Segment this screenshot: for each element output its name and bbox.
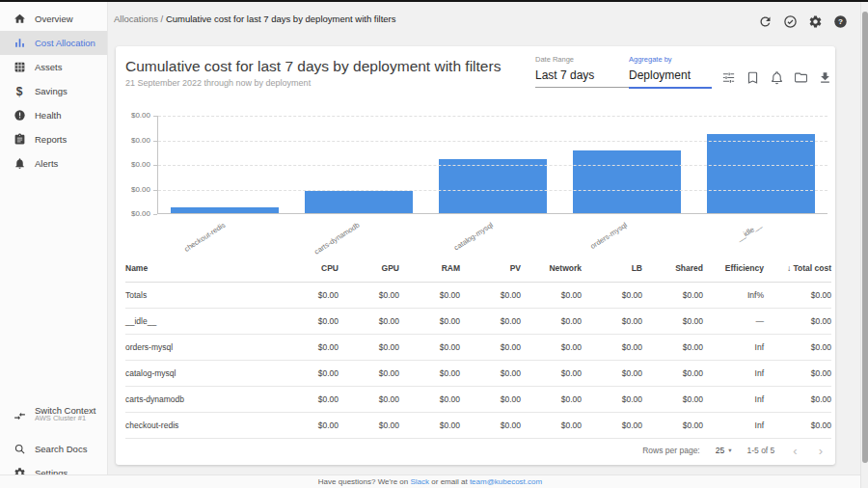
table-cell: Inf (703, 335, 764, 361)
row-name: carts-dynamodb (125, 387, 278, 413)
report-toolbar (721, 70, 832, 85)
column-header-cpu[interactable]: CPU (278, 255, 339, 283)
table-row-catalog-mysql[interactable]: catalog-mysql$0.00$0.00$0.00$0.00$0.00$0… (125, 361, 831, 387)
table-cell: $0.00 (399, 413, 460, 439)
tune-filters-icon[interactable] (721, 70, 736, 85)
topbar-actions: ? (758, 14, 848, 29)
sidebar-item-savings[interactable]: $ Savings (0, 79, 107, 103)
table-row-checkout-redis[interactable]: checkout-redis$0.00$0.00$0.00$0.00$0.00$… (125, 413, 831, 439)
chart-bars (158, 115, 827, 213)
slack-link[interactable]: Slack (411, 477, 430, 486)
table-row-totals[interactable]: Totals$0.00$0.00$0.00$0.00$0.00$0.00$0.0… (125, 283, 831, 309)
previous-page-button[interactable]: ‹ (790, 445, 800, 457)
table-cell: $0.00 (764, 309, 831, 335)
table-cell: $0.00 (460, 309, 521, 335)
sidebar-item-alerts[interactable]: Alerts (0, 151, 107, 176)
date-range-value[interactable]: Last 7 days (535, 68, 632, 88)
check-circle-icon[interactable] (783, 14, 798, 29)
bar-carts-dynamodb[interactable] (305, 191, 413, 213)
help-icon[interactable]: ? (833, 14, 848, 29)
table-cell: $0.00 (278, 309, 339, 335)
table-cell: $0.00 (582, 335, 642, 361)
x-axis-slot: catalog-mysql (425, 217, 559, 258)
table-cell: $0.00 (582, 387, 642, 413)
aggregate-by-field[interactable]: Aggregate by Deployment (629, 55, 712, 89)
sidebar-item-cost-allocation[interactable]: Cost Allocation (0, 31, 107, 55)
health-exclamation-icon (13, 109, 26, 122)
table-cell: $0.00 (764, 283, 831, 309)
next-page-button[interactable]: › (816, 445, 826, 457)
sidebar-item-reports[interactable]: Reports (0, 127, 107, 151)
sidebar-item-label: Savings (35, 86, 68, 96)
table-cell: $0.00 (339, 309, 399, 335)
breadcrumb-allocations-link[interactable]: Allocations (114, 14, 158, 24)
chart-plot-area (157, 116, 827, 214)
folder-icon[interactable] (794, 70, 808, 85)
table-cell: $0.00 (339, 283, 399, 309)
row-name: Totals (125, 283, 278, 309)
table-cell: $0.00 (521, 413, 582, 439)
date-range-field[interactable]: Date Range Last 7 days (535, 55, 632, 88)
sidebar-item-overview[interactable]: Overview (0, 7, 107, 31)
sidebar: Overview Cost Allocation Assets $ Saving… (0, 2, 108, 474)
table-cell: $0.00 (278, 283, 339, 309)
column-header-name[interactable]: Name (125, 255, 278, 283)
sidebar-item-search-docs[interactable]: Search Docs (0, 437, 107, 461)
table-row-idle[interactable]: __idle__$0.00$0.00$0.00$0.00$0.00$0.00$0… (125, 309, 831, 335)
rows-per-page-select[interactable]: 25 ▾ (716, 446, 732, 455)
aggregate-by-value[interactable]: Deployment (629, 68, 712, 89)
sidebar-item-switch-context[interactable]: Switch Context AWS Cluster #1 (0, 402, 107, 429)
y-axis-tick-label: $0.00 (116, 160, 150, 169)
sidebar-item-label: Search Docs (35, 444, 87, 454)
table-cell: $0.00 (460, 361, 521, 387)
scrollbar-thumb[interactable] (862, 12, 868, 463)
column-header-total-cost[interactable]: ↓ Total cost (764, 255, 831, 283)
column-header-gpu[interactable]: GPU (339, 255, 399, 283)
x-axis-label: __idle__ (735, 221, 763, 243)
footer: Have questions? We're on Slack or email … (0, 474, 860, 488)
table-cell: $0.00 (399, 361, 460, 387)
gear-icon[interactable] (808, 14, 823, 29)
table-row-orders-mysql[interactable]: orders-mysql$0.00$0.00$0.00$0.00$0.00$0.… (125, 335, 831, 361)
vertical-scrollbar[interactable] (860, 2, 868, 488)
report-subtitle: 21 September 2022 through now by deploym… (125, 78, 311, 88)
assets-grid-icon (13, 61, 26, 74)
table-cell: $0.00 (582, 413, 642, 439)
table-cell: $0.00 (521, 283, 582, 309)
table-cell: $0.00 (642, 309, 703, 335)
bar-checkout-redis[interactable] (171, 207, 279, 213)
x-axis-label: checkout-redis (182, 221, 227, 254)
y-axis-tick-label: $0.00 (116, 111, 150, 120)
kubecost-app: Overview Cost Allocation Assets $ Saving… (0, 0, 868, 488)
column-header-ram[interactable]: RAM (399, 255, 460, 283)
window-top-border (0, 0, 868, 2)
bell-icon[interactable] (770, 70, 784, 85)
download-icon[interactable] (818, 70, 832, 85)
table-cell: $0.00 (339, 361, 399, 387)
table-cell: $0.00 (642, 335, 703, 361)
table-cell: Inf% (703, 283, 764, 309)
column-header-lb[interactable]: LB (582, 255, 642, 283)
sidebar-item-health[interactable]: Health (0, 103, 107, 127)
bar-orders-mysql[interactable] (573, 150, 681, 213)
table-row-carts-dynamodb[interactable]: carts-dynamodb$0.00$0.00$0.00$0.00$0.00$… (125, 387, 831, 413)
table-cell: $0.00 (399, 283, 460, 309)
column-header-efficiency[interactable]: Efficiency (703, 255, 764, 283)
refresh-icon[interactable] (758, 14, 773, 29)
bookmark-icon[interactable] (746, 70, 760, 85)
column-header-network[interactable]: Network (521, 255, 582, 283)
table-cell: $0.00 (642, 283, 703, 309)
dollar-icon: $ (13, 85, 26, 98)
pagination: Rows per page: 25 ▾ 1-5 of 5 ‹ › (642, 438, 826, 463)
email-link[interactable]: team@kubecost.com (470, 477, 542, 486)
bar-catalog-mysql[interactable] (439, 159, 547, 213)
table-cell: $0.00 (642, 413, 703, 439)
table-cell: $0.00 (521, 335, 582, 361)
column-header-shared[interactable]: Shared (642, 255, 703, 283)
sidebar-item-assets[interactable]: Assets (0, 55, 107, 79)
bar-__idle__[interactable] (707, 134, 815, 213)
table-header-row: NameCPUGPURAMPVNetworkLBSharedEfficiency… (125, 255, 831, 283)
x-axis-slot: orders-mysql (559, 217, 693, 258)
table-cell: $0.00 (399, 309, 460, 335)
column-header-pv[interactable]: PV (460, 255, 521, 283)
